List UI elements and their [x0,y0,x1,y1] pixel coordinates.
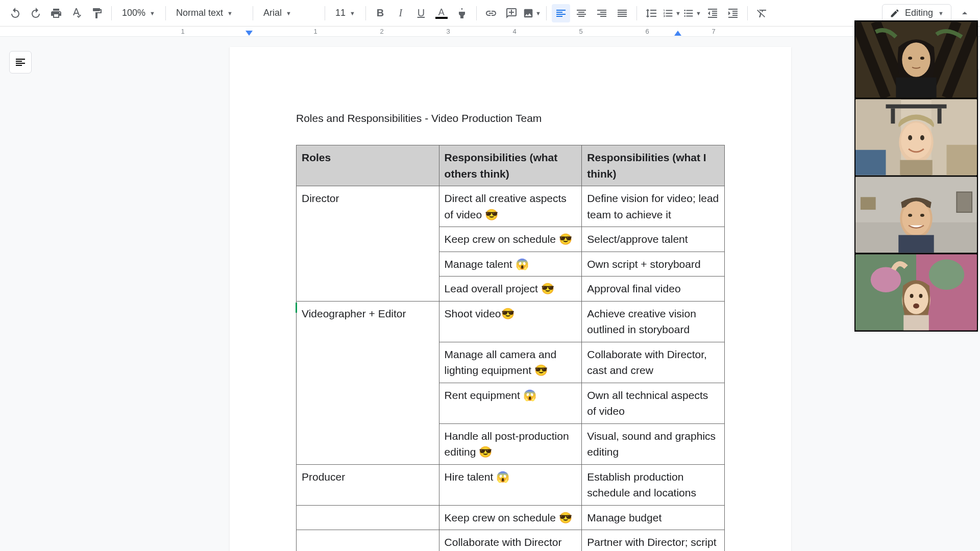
mode-dropdown[interactable]: Editing ▼ [882,4,951,22]
svg-point-16 [901,122,932,159]
font-dropdown[interactable]: Arial▼ [258,4,320,22]
indent-increase-button[interactable] [724,4,742,22]
indent-marker-end[interactable] [674,31,681,36]
indent-marker-start[interactable] [246,31,253,36]
outline-button[interactable] [9,51,32,73]
fontsize-dropdown[interactable]: 11▼ [330,4,360,22]
table-cell[interactable]: Manage budget [582,505,725,530]
svg-point-18 [920,135,924,140]
align-right-button[interactable] [593,4,611,22]
text-color-button[interactable]: A [432,4,451,22]
svg-rect-4 [896,78,936,98]
caret-icon: ▼ [227,10,233,16]
table-row[interactable]: ProducerHire talent 😱Establish productio… [297,464,725,505]
video-tile-3[interactable] [855,177,977,253]
table-cell[interactable]: Director [297,186,439,302]
table-cell[interactable]: Direct all creative aspects of video 😎 [439,186,582,227]
table-cell[interactable]: Establish production schedule and locati… [582,464,725,505]
table-cell[interactable]: Lead overall project 😎 [439,277,582,302]
table-cell[interactable]: Visual, sound and graphics editing [582,423,725,464]
table-cell[interactable]: Approval final video [582,277,725,302]
comment-button[interactable] [502,4,521,22]
svg-point-3 [902,42,930,77]
table-cell[interactable]: Manage all camera and lighting equipment… [439,342,582,383]
mode-label: Editing [905,8,933,18]
svg-point-27 [920,214,924,217]
table-row[interactable]: Collaborate with Director and crew 😎Part… [297,530,725,552]
table-cell[interactable]: Handle all post-production editing 😎 [439,423,582,464]
spellcheck-button[interactable] [67,4,86,22]
table-cell[interactable] [297,530,439,552]
style-value: Normal text [176,8,223,18]
highlight-button[interactable] [453,4,471,22]
align-center-button[interactable] [572,4,591,22]
link-button[interactable] [482,4,500,22]
zoom-dropdown[interactable]: 100%▼ [117,4,160,22]
print-button[interactable] [47,4,65,22]
svg-rect-13 [855,150,886,176]
svg-point-32 [871,267,901,292]
fontsize-value: 11 [335,8,346,18]
table-cell[interactable] [297,505,439,530]
style-dropdown[interactable]: Normal text▼ [171,4,248,22]
align-justify-button[interactable] [613,4,631,22]
numbered-list-button[interactable]: ▼ [663,4,681,22]
align-left-button[interactable] [552,4,570,22]
collapse-button[interactable] [955,4,974,22]
line-spacing-button[interactable] [642,4,660,22]
table-row[interactable]: DirectorDirect all creative aspects of v… [297,186,725,227]
table-cell[interactable]: Keep crew on schedule 😎 [439,505,582,530]
svg-point-5 [908,57,912,60]
table-cell[interactable]: Hire talent 😱 [439,464,582,505]
separator [325,6,325,20]
bullet-list-button[interactable]: ▼ [683,4,701,22]
table-cell[interactable]: Producer [297,464,439,505]
table-cell[interactable]: Partner with Director; script doctor [582,530,725,552]
page-area[interactable]: Roles and Responsibilities - Video Produ… [41,37,980,551]
video-tile-1[interactable] [855,21,977,98]
table-cell[interactable]: Collaborate with Director, cast and crew [582,342,725,383]
table-cell[interactable]: Manage talent 😱 [439,252,582,277]
header-roles[interactable]: Roles [297,145,439,186]
separator [111,6,112,20]
separator [747,6,748,20]
undo-button[interactable] [6,4,24,22]
separator [546,6,547,20]
separator [253,6,253,20]
table-cell[interactable]: Achieve creative vision outlined in stor… [582,301,725,342]
video-call-overlay[interactable] [854,20,978,332]
indent-decrease-button[interactable] [703,4,722,22]
clear-format-button[interactable] [753,4,771,22]
roles-table[interactable]: Roles Responsibilities (what others thin… [296,145,725,551]
image-button[interactable]: ▼ [523,4,541,22]
table-cell[interactable]: Define vision for video; lead team to ac… [582,186,725,227]
paint-format-button[interactable] [88,4,106,22]
table-cell[interactable]: Own script + storyboard [582,252,725,277]
header-mine[interactable]: Responsibilities (what I think) [582,145,725,186]
table-cell[interactable]: Rent equipment 😱 [439,383,582,423]
video-tile-4[interactable] [855,254,977,331]
document-title[interactable]: Roles and Responsibilities - Video Produ… [296,112,725,124]
table-cell[interactable]: Select/approve talent [582,227,725,252]
redo-button[interactable] [27,4,45,22]
table-cell[interactable]: Videographer + Editor [297,301,439,464]
header-others[interactable]: Responsibilities (what others think) [439,145,582,186]
page[interactable]: Roles and Responsibilities - Video Produ… [230,47,791,551]
workspace: Roles and Responsibilities - Video Produ… [0,37,980,551]
table-cell[interactable]: Shoot video😎 [439,301,582,342]
table-cell[interactable]: Own all technical aspects of video [582,383,725,423]
table-cell[interactable]: Collaborate with Director and crew 😎 [439,530,582,552]
ruler-tick: 1 [181,28,184,35]
bold-button[interactable]: B [371,4,389,22]
outline-icon [14,56,27,68]
table-row[interactable]: Videographer + EditorShoot video😎Achieve… [297,301,725,342]
italic-button[interactable]: I [391,4,410,22]
table-row[interactable]: Keep crew on schedule 😎Manage budget [297,505,725,530]
table-cell[interactable]: Keep crew on schedule 😎 [439,227,582,252]
ruler: 1 1 2 3 4 5 6 7 [0,27,980,37]
underline-button[interactable]: U [412,4,430,22]
svg-rect-11 [891,108,895,123]
video-tile-2[interactable] [855,99,977,176]
svg-point-37 [919,294,922,298]
svg-rect-14 [947,145,977,176]
